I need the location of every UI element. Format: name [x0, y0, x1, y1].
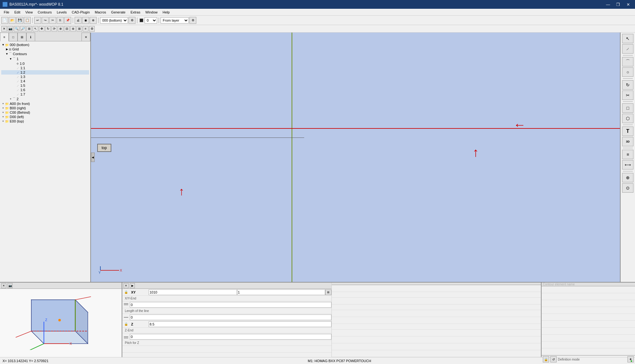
rt-polygon-btn[interactable]: ⬡ — [622, 114, 633, 123]
tb2-fit[interactable]: ⊞ — [26, 26, 32, 32]
props-close[interactable]: ✕ — [124, 283, 129, 288]
left-collapse-handle[interactable]: ◄ — [91, 153, 95, 162]
rt-cursor-btn[interactable]: ↖ — [622, 34, 633, 43]
tb2-zoom-region[interactable]: ⊕ — [58, 26, 63, 32]
tree-item-contour2[interactable]: + ⌒ 2 — [1, 96, 89, 101]
rt-3d-btn[interactable]: 3D — [622, 137, 633, 146]
rt-snap-btn[interactable]: ⊕ — [622, 173, 633, 182]
expand-B00[interactable]: + — [1, 107, 5, 110]
tree-item-A00[interactable]: + 📁 A00 (In front) — [1, 101, 89, 106]
fromlayer-select[interactable]: From layer — [161, 17, 189, 23]
expand-contours[interactable]: ▼ — [5, 52, 9, 55]
restore-button[interactable]: ❐ — [614, 1, 622, 8]
canvas-area[interactable]: top X Y ← ↑ ◄ — [91, 33, 620, 282]
paste-button[interactable]: 📌 — [64, 17, 71, 24]
tb2-orbit[interactable]: ⟳ — [51, 26, 57, 32]
expand-c1[interactable]: ▼ — [9, 57, 13, 60]
rt-trim-btn[interactable]: ✂ — [622, 91, 633, 100]
tree-item-C00[interactable]: + 📁 C00 (Behind) — [1, 110, 89, 115]
tb2-props[interactable]: ⚙ — [89, 26, 95, 32]
menu-levels[interactable]: Levels — [54, 10, 69, 15]
prop-xy-toggle[interactable]: ⊞ — [325, 289, 331, 295]
rt-text-btn[interactable]: T — [622, 127, 633, 136]
prop-input-1[interactable] — [130, 302, 331, 308]
tb2-zoom-in[interactable]: 🔍 — [14, 26, 19, 32]
expand-A00[interactable]: + — [1, 102, 5, 105]
minimize-button[interactable]: — — [604, 1, 612, 8]
rt-draw-line-btn[interactable]: ⟋ — [622, 44, 633, 54]
rt-circle-btn[interactable]: ○ — [622, 67, 633, 77]
rt-extra-btn[interactable]: ⊙ — [622, 183, 633, 193]
tree-item-1-5[interactable]: ⟋ 1:5 — [1, 83, 89, 88]
expand-D00[interactable]: + — [1, 115, 5, 118]
menu-file[interactable]: File — [1, 10, 12, 15]
new-button[interactable]: 📄 — [1, 17, 8, 24]
tb2-camera[interactable]: 📷 — [8, 26, 13, 32]
canvas-top-label[interactable]: top — [97, 144, 111, 152]
tree-item-1-4[interactable]: ⟋ 1:4 — [1, 79, 89, 83]
tree-item-D00[interactable]: + 📁 D00 (left) — [1, 115, 89, 119]
menu-contours[interactable]: Contours — [35, 10, 54, 15]
expand-000[interactable]: ▼ — [1, 43, 5, 46]
menu-cadplugin[interactable]: CAD-Plugin — [69, 10, 92, 15]
tree-item-000bottom[interactable]: ▼ 📁 000 (bottom) — [1, 43, 89, 47]
menu-extras[interactable]: Extras — [128, 10, 143, 15]
redo-button[interactable]: ↪ — [42, 17, 49, 24]
def-mode-btn1[interactable]: 🔒 — [543, 356, 549, 362]
rt-hatch-btn[interactable]: ≡ — [622, 150, 633, 159]
undo-button[interactable]: ↩ — [34, 17, 41, 24]
menu-view[interactable]: View — [23, 10, 35, 15]
tb2-layers[interactable]: ≡ — [83, 26, 88, 32]
expand-E00[interactable]: + — [1, 120, 5, 123]
expand-C00[interactable]: + — [1, 111, 5, 114]
color-select[interactable]: 0 — [145, 17, 157, 23]
expand-c2[interactable]: + — [9, 97, 13, 101]
tb2-zoom-out[interactable]: 🔎 — [20, 26, 26, 32]
rt-transform-btn[interactable]: ↻ — [622, 80, 633, 90]
tree-item-B00[interactable]: + 📁 B00 (right) — [1, 106, 89, 110]
save-button[interactable]: 💾 — [16, 17, 23, 24]
def-mode-btn2[interactable]: ↺ — [550, 356, 557, 362]
tb2-pan[interactable]: ✥ — [39, 26, 45, 32]
copy-button[interactable]: ⎘ — [57, 17, 64, 24]
menu-window[interactable]: Window — [143, 10, 160, 15]
layer-select[interactable]: 000 (bottom) — [100, 17, 128, 23]
expand-grid[interactable]: ▶ — [5, 48, 9, 51]
sidebar-tab-info[interactable]: ℹ — [26, 33, 35, 41]
prop-lock-xy[interactable]: 🔒 — [122, 290, 130, 294]
sidebar-tab-layers[interactable]: ≡ — [0, 33, 9, 41]
props-settings[interactable]: ▶ — [130, 283, 135, 288]
sidebar-tab-groups[interactable]: ⊞ — [18, 33, 26, 41]
tb-extra-2[interactable]: ⊕ — [90, 17, 97, 24]
menu-generate[interactable]: Generate — [108, 10, 128, 15]
prop-input-3[interactable] — [130, 334, 331, 340]
view3d-snap[interactable]: 📷 — [8, 283, 13, 288]
layer-settings[interactable]: ⚙ — [129, 17, 135, 24]
tb2-snap[interactable]: ⊛ — [70, 26, 76, 32]
color-swatch[interactable] — [140, 18, 143, 22]
tb2-grid[interactable]: ⊞ — [77, 26, 82, 32]
save-as-button[interactable]: 📋 — [24, 17, 31, 24]
tree-item-1-0[interactable]: ✚ 1:0 — [1, 61, 89, 66]
tb2-zoom-all[interactable]: ⊟ — [64, 26, 70, 32]
sidebar-tab-objects[interactable]: □ — [9, 33, 18, 41]
menu-macros[interactable]: Macros — [92, 10, 108, 15]
prop-xy-input[interactable] — [149, 289, 237, 295]
close-button[interactable]: ✕ — [624, 1, 632, 8]
menu-help[interactable]: Help — [160, 10, 172, 15]
tb-extra-1[interactable]: ◉ — [82, 17, 89, 24]
tree-item-1-2[interactable]: ⟋ 1:2 — [1, 70, 89, 75]
tree-item-contours[interactable]: ▼ ⌒ Contours — [1, 51, 89, 56]
tree-item-1-6[interactable]: ⟋ 1:6 — [1, 88, 89, 92]
prop-segment-input[interactable] — [237, 289, 325, 295]
tb2-select[interactable]: ↖ — [33, 26, 38, 32]
sidebar-close[interactable]: ✕ — [82, 33, 90, 41]
rt-rect-btn[interactable]: □ — [622, 103, 633, 113]
tree-item-1-7[interactable]: ⟋ 1:7 — [1, 92, 89, 96]
tb2-close[interactable]: ✕ — [1, 26, 7, 32]
view3d-close[interactable]: ✕ — [1, 283, 6, 288]
open-button[interactable]: 📂 — [9, 17, 16, 24]
prop-z-input[interactable] — [149, 321, 331, 327]
tree-item-1-3[interactable]: ⟋ 1:3 — [1, 75, 89, 79]
print-button[interactable]: 🖨 — [75, 17, 82, 24]
